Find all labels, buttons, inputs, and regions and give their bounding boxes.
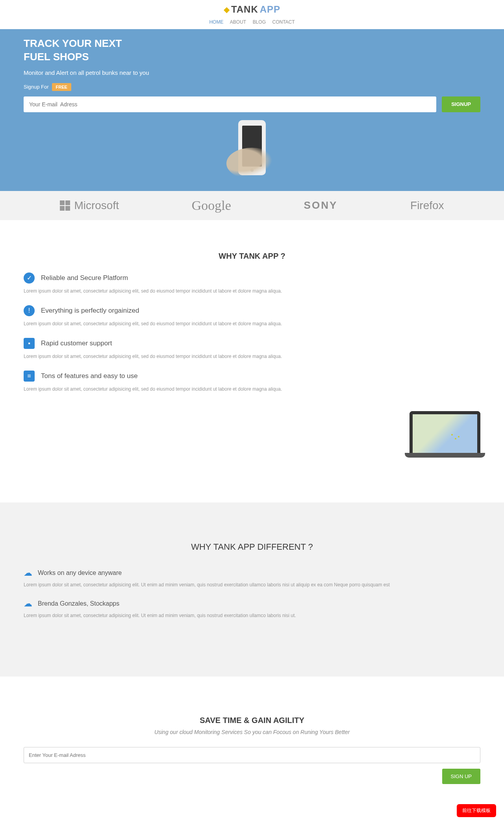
microsoft-label: Microsoft [74, 199, 119, 212]
different-title: Works on any device anyware [38, 569, 122, 577]
microsoft-icon [60, 200, 70, 211]
brand-part1: TANK [231, 4, 258, 15]
feature-desc: Lorem ipsum dolor sit amet, consectetur … [24, 386, 480, 393]
brand-google: Google [192, 198, 231, 213]
free-badge: FREE [52, 83, 71, 91]
save-email-input[interactable] [24, 747, 480, 763]
save-time-section: SAVE TIME & GAIN AGILITY Using our cloud… [0, 677, 504, 825]
nav-home[interactable]: HOME [209, 19, 223, 25]
feature-title: Reliable and Secure Platform [41, 274, 128, 282]
list-icon: ≡ [24, 371, 35, 382]
laptop-mockup [410, 411, 480, 454]
hero-section: TRACK YOUR NEXT FUEL SHOPS Monitor and A… [0, 29, 504, 191]
different-desc: Lorem ipsum dolor sit amet, consectetur … [24, 613, 480, 618]
hero-title-line1: TRACK YOUR NEXT [24, 37, 122, 49]
feature-item: ✓ Reliable and Secure Platform Lorem ips… [24, 273, 480, 295]
save-signup-button[interactable]: SIGN UP [442, 769, 480, 784]
different-item: ☁ Brenda Gonzales, Stockapps Lorem ipsum… [24, 599, 480, 618]
hero-email-input[interactable] [24, 96, 436, 112]
site-header: ◆ TANKAPP HOME ABOUT BLOG CONTACT [0, 0, 504, 29]
hero-signup-form: SIGNUP [24, 96, 480, 112]
feature-desc: Lorem ipsum dolor sit amet, consectetur … [24, 287, 480, 295]
hero-subtitle: Monitor and Alert on all petrol bunks ne… [24, 69, 480, 76]
different-desc: Lorem ipsum dolor sit amet, consectetur … [24, 582, 480, 588]
feature-desc: Lorem ipsum dolor sit amet, consectetur … [24, 320, 480, 328]
save-heading: SAVE TIME & GAIN AGILITY [24, 716, 480, 725]
feature-title: Everything is perfectly orgainized [41, 307, 139, 315]
clock-icon: ! [24, 305, 35, 316]
feature-item: ≡ Tons of features and easy to use Lorem… [24, 371, 480, 393]
download-template-button[interactable]: 前往下载模板 [457, 804, 496, 817]
cloud-check-icon: ✓ [24, 273, 35, 284]
nav-contact[interactable]: CONTACT [272, 19, 295, 25]
feature-desc: Lorem ipsum dolor sit amet, consectetur … [24, 353, 480, 360]
feature-title: Tons of features and easy to use [41, 372, 138, 380]
feature-item: ▪ Rapid customer support Lorem ipsum dol… [24, 338, 480, 360]
nav-blog[interactable]: BLOG [253, 19, 266, 25]
brand-logo[interactable]: ◆ TANKAPP [224, 4, 280, 15]
hero-title: TRACK YOUR NEXT FUEL SHOPS [24, 37, 480, 64]
brands-bar: Microsoft Google SONY Firefox [0, 191, 504, 220]
brand-microsoft: Microsoft [60, 199, 119, 212]
signup-for-row: Signup For FREE [24, 83, 480, 91]
feature-item: ! Everything is perfectly orgainized Lor… [24, 305, 480, 328]
chat-icon: ▪ [24, 338, 35, 349]
signup-for-label: Signup For [24, 84, 49, 90]
brand-part2: APP [260, 4, 280, 15]
brand-firefox: Firefox [410, 199, 444, 212]
different-item: ☁ Works on any device anyware Lorem ipsu… [24, 568, 480, 588]
cloud-icon: ☁ [24, 568, 32, 578]
brand-sony: SONY [304, 199, 338, 211]
nav-about[interactable]: ABOUT [230, 19, 246, 25]
laptop-illustration-wrap [24, 403, 480, 487]
why-heading: WHY TANK APP ? [24, 252, 480, 261]
hero-signup-button[interactable]: SIGNUP [442, 96, 480, 112]
primary-nav: HOME ABOUT BLOG CONTACT [0, 18, 504, 25]
hero-phone-illustration [24, 120, 480, 191]
save-tagline: Using our cloud Monitoring Services So y… [24, 729, 480, 735]
different-section: WHY TANK APP DIFFERENT ? ☁ Works on any … [0, 502, 504, 677]
different-title: Brenda Gonzales, Stockapps [38, 600, 119, 607]
hero-title-line2: FUEL SHOPS [24, 51, 89, 63]
feature-title: Rapid customer support [41, 339, 112, 347]
cloud-icon: ☁ [24, 599, 32, 609]
drop-icon: ◆ [224, 5, 230, 14]
why-section: WHY TANK APP ? ✓ Reliable and Secure Pla… [0, 220, 504, 503]
phone-mockup [238, 120, 266, 175]
different-heading: WHY TANK APP DIFFERENT ? [24, 542, 480, 552]
